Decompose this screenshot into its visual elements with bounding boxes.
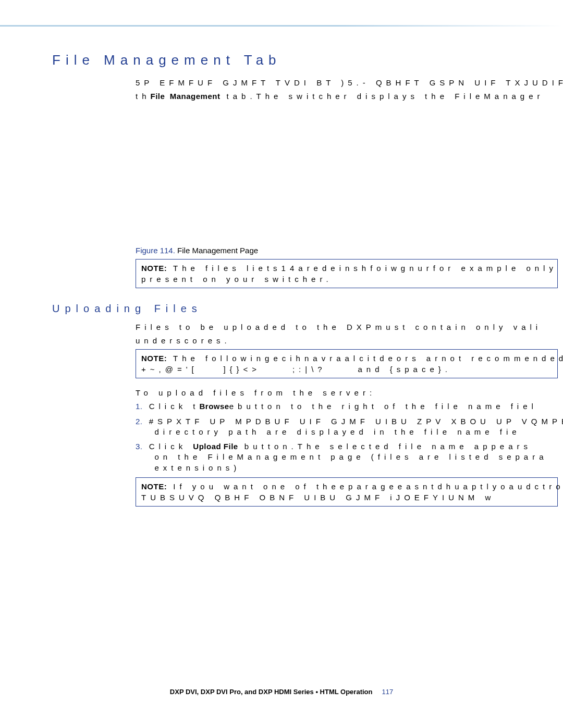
heading-uploading-files: Uploading Files xyxy=(52,303,558,315)
step-3: 3. Click Upload File button.The selected… xyxy=(136,441,558,473)
step3-c: on the FileManagement page (files are li… xyxy=(155,452,548,461)
step3-b: button.The selected file name appears xyxy=(238,442,532,451)
heading-file-management-tab: File Management Tab xyxy=(52,52,558,68)
note-label: NOTE: xyxy=(141,354,167,363)
figure-title: File Management Page xyxy=(175,246,258,255)
step-number: 1. xyxy=(136,402,143,411)
step2-a: #SPXTF UP MPDBUF UIF GJMF UIBU ZPV XBOU … xyxy=(143,417,563,426)
note-box-2: NOTE: The followingecihnavraalcitdeors a… xyxy=(136,349,558,378)
intro-line-1: 5P EFMFUF GJMFT TVDI BT )5.- QBHFT GSPN … xyxy=(136,78,558,88)
figure-caption: Figure 114. File Management Page xyxy=(136,246,558,255)
browse-label: Browse xyxy=(200,402,229,411)
note2-line1: The followingecihnavraalcitdeors arnot r… xyxy=(167,354,563,363)
page-number: 117 xyxy=(382,688,393,696)
step1-a: Click t xyxy=(143,402,200,411)
intro-line-2: thFile Management tab.The switcher displ… xyxy=(136,91,558,102)
figure-number: Figure 114. xyxy=(136,246,175,255)
page-content: File Management Tab 5P EFMFUF GJMFT TVDI… xyxy=(52,52,558,516)
step3-a: Click xyxy=(143,442,187,451)
note-label: NOTE: xyxy=(141,482,167,491)
footer-title: DXP DVI, DXP DVI Pro, and DXP HDMI Serie… xyxy=(170,688,373,696)
page-footer: DXP DVI, DXP DVI Pro, and DXP HDMI Serie… xyxy=(0,688,563,696)
step2-b: directory path are displayed in the file… xyxy=(155,427,521,436)
note-label: NOTE: xyxy=(141,264,167,273)
to-upload-line: To upload files from the server: xyxy=(136,388,558,398)
intro-prefix: th xyxy=(136,92,151,101)
upload-line-2: underscores. xyxy=(136,336,558,346)
note1-line2: present on your switcher. xyxy=(141,275,333,283)
step3-d: extensions) xyxy=(155,463,241,472)
step-1: 1. Click tBrowseebutton to the right of … xyxy=(136,401,558,412)
top-border xyxy=(0,25,563,27)
note-box-3: NOTE: If you want one of theeparageeasnt… xyxy=(136,477,558,507)
note2-line2: +~,@='[ ]{}<> ;:|\? and {space}. xyxy=(141,365,451,374)
step-number: 2. xyxy=(136,417,143,426)
note3-line1: If you want one of theeparageeasntdhuapt… xyxy=(167,482,563,491)
figure-placeholder xyxy=(52,105,558,246)
upload-line-1: Files to be uploaded to the DXPmust cont… xyxy=(136,322,558,332)
file-management-label: File Management xyxy=(151,92,221,101)
note3-line2: TUBSUVQ QBHF OBNF UIBU GJMF iJOEFYIUNM w xyxy=(141,493,495,502)
step-number: 3. xyxy=(136,442,143,451)
note-box-1: NOTE: The files liets14aredeinshfoiwgnur… xyxy=(136,259,558,288)
upload-file-label: Upload File xyxy=(193,442,238,451)
step1-b: ebutton to the right of the file name fi… xyxy=(229,402,537,411)
step-2: 2. #SPXTF UP MPDBUF UIF GJMF UIBU ZPV XB… xyxy=(136,416,558,438)
intro-rest: tab.The switcher displays the FileManage… xyxy=(227,92,544,101)
note1-line1: The files liets14aredeinshfoiwgnurfor ex… xyxy=(167,264,563,273)
